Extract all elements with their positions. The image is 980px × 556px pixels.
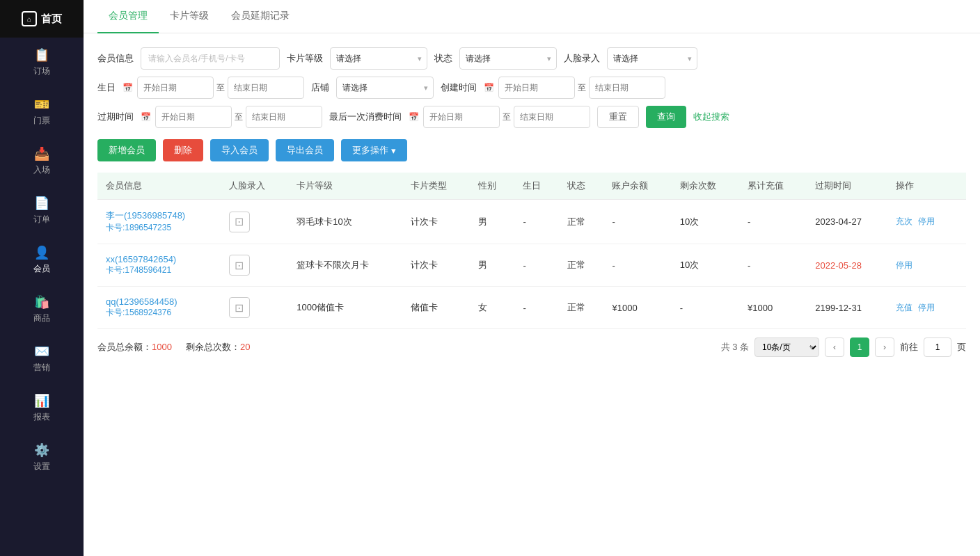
total-remaining-text: 剩余总次数：20 <box>186 341 250 354</box>
status-1: 正常 <box>559 244 603 287</box>
report-icon: 📊 <box>34 393 49 408</box>
sidebar-item-checkin[interactable]: 📥入场 <box>33 136 50 186</box>
member-info-input[interactable] <box>141 47 280 70</box>
th-remaining: 剩余次数 <box>672 173 739 200</box>
collapse-search-button[interactable]: 收起搜索 <box>693 111 729 123</box>
sidebar-item-booking[interactable]: 📋订场 <box>33 38 50 87</box>
create-start-cal-icon: 📅 <box>484 83 494 93</box>
total-records: 共 3 条 <box>721 341 749 354</box>
status-2: 正常 <box>559 287 603 329</box>
face-icon-2: ⊡ <box>229 297 250 318</box>
expire-label: 过期时间 <box>97 111 134 123</box>
sidebar-item-goods[interactable]: 🛍️商品 <box>33 285 50 334</box>
member-name-0[interactable]: 李一(19536985748) <box>106 210 185 221</box>
expire-start-input[interactable] <box>155 106 232 128</box>
more-operations-button[interactable]: 更多操作 ▾ <box>341 139 407 161</box>
sidebar-item-settings[interactable]: ⚙️设置 <box>33 433 50 482</box>
filter-section: 会员信息 卡片等级 请选择 状态 请选择 人脸录入 请选 <box>97 47 966 128</box>
th-member-info: 会员信息 <box>97 173 221 200</box>
sidebar-logo[interactable]: ⌂ 首页 <box>0 0 84 38</box>
next-page-button[interactable]: › <box>875 337 894 357</box>
birthday-start-input[interactable] <box>137 77 214 99</box>
filter-row-1: 会员信息 卡片等级 请选择 状态 请选择 人脸录入 请选 <box>97 47 966 70</box>
member-info-label: 会员信息 <box>97 52 134 65</box>
th-card-level: 卡片等级 <box>288 173 402 200</box>
ops-1: 停用 <box>887 244 966 287</box>
expire-1: 2022-05-28 <box>807 244 887 287</box>
birthday-label: 生日 <box>97 81 116 94</box>
th-ops: 操作 <box>887 173 966 200</box>
expire-start-cal-icon: 📅 <box>141 112 151 122</box>
card-type-2: 储值卡 <box>402 287 470 329</box>
status-label: 状态 <box>434 52 452 65</box>
last-start-input[interactable] <box>423 106 500 128</box>
goto-label: 前往 <box>900 341 918 354</box>
th-balance: 账户余额 <box>603 173 671 200</box>
create-start-input[interactable] <box>498 77 575 99</box>
sidebar-item-report[interactable]: 📊报表 <box>33 383 50 433</box>
th-card-type: 卡片类型 <box>402 173 470 200</box>
status-0: 正常 <box>559 200 603 244</box>
query-button[interactable]: 查询 <box>646 106 686 128</box>
prev-page-button[interactable]: ‹ <box>825 337 844 357</box>
content-area: 会员信息 卡片等级 请选择 状态 请选择 人脸录入 请选 <box>84 33 980 556</box>
birthday-sep: 至 <box>216 82 225 94</box>
expire-2: 2199-12-31 <box>807 287 887 329</box>
member-card-2: 卡号:1568924376 <box>106 307 212 319</box>
expire-end-input[interactable] <box>246 106 322 128</box>
pagination-bar: 会员总余额：1000 剩余总次数：20 共 3 条 10条/页 ‹ 1 › 前往 <box>97 329 966 357</box>
total-recharge-1: - <box>739 244 807 287</box>
sidebar-item-order[interactable]: 📄订单 <box>33 186 50 235</box>
member-name-2[interactable]: qq(12396584458) <box>106 296 177 307</box>
order-icon: 📄 <box>34 196 49 211</box>
goto-page-input[interactable] <box>924 337 951 357</box>
sidebar-item-member[interactable]: 👤会员 <box>33 235 50 285</box>
gender-2: 女 <box>470 287 514 329</box>
th-total-recharge: 累计充值 <box>739 173 807 200</box>
op-停用-1[interactable]: 停用 <box>896 260 912 270</box>
tab-card-level[interactable]: 卡片等级 <box>159 0 220 33</box>
page-unit: 页 <box>957 341 966 354</box>
last-start-cal-icon: 📅 <box>409 112 419 122</box>
balance-0: - <box>603 200 671 244</box>
filter-row-2: 生日 📅 至 店铺 请选择 创建时间 📅 至 <box>97 77 966 99</box>
op-充次-0[interactable]: 充次 <box>896 216 912 226</box>
card-level-select[interactable]: 请选择 <box>330 47 427 70</box>
create-sep: 至 <box>578 82 586 94</box>
tab-member-manage[interactable]: 会员管理 <box>97 0 159 33</box>
face-icon-0: ⊡ <box>229 212 250 232</box>
store-select[interactable]: 请选择 <box>336 77 434 99</box>
sidebar-item-marketing[interactable]: ✉️营销 <box>33 334 50 383</box>
table-row: xx(16597842654)卡号:1748596421⊡篮球卡不限次月卡计次卡… <box>97 244 966 287</box>
import-button[interactable]: 导入会员 <box>210 139 269 161</box>
delete-button[interactable]: 删除 <box>163 139 203 161</box>
expire-sep: 至 <box>235 111 243 123</box>
birthday-end-input[interactable] <box>228 77 304 99</box>
last-consume-label: 最后一次消费时间 <box>329 111 402 123</box>
op-停用-2[interactable]: 停用 <box>918 303 935 312</box>
main-content: 会员管理 卡片等级 会员延期记录 会员信息 卡片等级 请选择 状态 请选择 <box>84 0 980 556</box>
add-member-button[interactable]: 新增会员 <box>97 139 156 161</box>
page-size-select[interactable]: 10条/页 <box>754 337 819 357</box>
table-row: 李一(19536985748)卡号:1896547235⊡羽毛球卡10次计次卡男… <box>97 200 966 244</box>
status-select[interactable]: 请选择 <box>459 47 557 70</box>
face-select[interactable]: 请选择 <box>607 47 697 70</box>
page-1-button[interactable]: 1 <box>850 337 869 357</box>
th-gender: 性别 <box>470 173 514 200</box>
last-consume-range: 📅 至 <box>409 106 590 128</box>
face-label: 人脸录入 <box>564 52 600 65</box>
export-button[interactable]: 导出会员 <box>276 139 334 161</box>
op-充值-2[interactable]: 充值 <box>896 303 912 312</box>
settings-icon: ⚙️ <box>34 443 49 458</box>
birthday-2: - <box>514 287 559 329</box>
booking-icon: 📋 <box>34 47 49 63</box>
reset-button[interactable]: 重置 <box>597 106 639 128</box>
sidebar-item-ticket[interactable]: 🎫门票 <box>33 87 50 136</box>
last-end-input[interactable] <box>514 106 590 128</box>
member-name-1[interactable]: xx(16597842654) <box>106 254 176 264</box>
op-停用-0[interactable]: 停用 <box>918 216 935 226</box>
create-end-input[interactable] <box>589 77 665 99</box>
tab-member-renewal[interactable]: 会员延期记录 <box>220 0 301 33</box>
sidebar-label-settings: 设置 <box>33 461 50 472</box>
remaining-1: 10次 <box>672 244 739 287</box>
